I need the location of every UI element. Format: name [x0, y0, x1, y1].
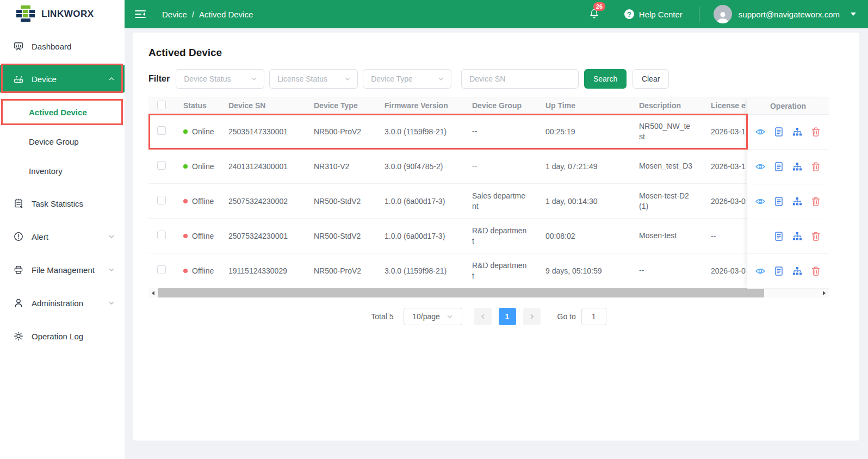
column-header-device-sn: Device SN — [220, 101, 305, 110]
content-panel: Actived Device Filter Device Status Lice… — [133, 33, 859, 441]
sidebar-item-file-management[interactable]: File Management — [0, 256, 125, 283]
status-text: Online — [192, 127, 214, 136]
view-eye-icon[interactable] — [755, 197, 765, 207]
prev-page-button[interactable] — [474, 308, 492, 325]
row-checkbox[interactable] — [157, 231, 166, 239]
detail-document-icon[interactable] — [774, 266, 784, 276]
device-sn: 25075324230001 — [220, 232, 305, 240]
search-button[interactable]: Search — [584, 69, 627, 89]
scroll-left-arrow[interactable] — [148, 288, 158, 297]
status-text: Offline — [192, 232, 214, 240]
horizontal-scrollbar[interactable] — [148, 288, 829, 297]
next-page-button[interactable] — [523, 308, 541, 325]
goto-page-input[interactable] — [581, 308, 606, 325]
chevron-down-icon — [447, 313, 453, 320]
file-management-icon — [13, 264, 24, 275]
scroll-right-arrow[interactable] — [820, 288, 829, 297]
breadcrumb-separator: / — [192, 10, 194, 19]
select-all-checkbox[interactable] — [157, 101, 166, 109]
detail-document-icon[interactable] — [774, 197, 784, 207]
column-header-operation: Operation — [747, 97, 829, 115]
sidebar-item-alert[interactable]: Alert — [0, 223, 125, 250]
chevron-right-icon — [529, 313, 535, 320]
row-checkbox[interactable] — [157, 126, 166, 135]
sitemap-icon[interactable] — [792, 127, 802, 137]
gear-icon — [13, 331, 24, 342]
brand-logo-icon — [16, 5, 35, 23]
delete-trash-icon[interactable] — [811, 232, 821, 241]
sidebar-item-task-statistics[interactable]: Task Statistics — [0, 190, 125, 217]
description: Mosen-test — [630, 231, 702, 241]
row-checkbox[interactable] — [157, 196, 166, 204]
device-status-select[interactable]: Device Status — [176, 69, 264, 89]
delete-trash-icon[interactable] — [811, 162, 821, 172]
device-group: Sales department — [463, 191, 537, 212]
status-dot-online — [183, 164, 188, 169]
user-menu[interactable]: support@navigateworx.com — [714, 5, 856, 23]
select-placeholder: Device Type — [371, 75, 438, 83]
user-email: support@navigateworx.com — [739, 10, 840, 19]
delete-trash-icon[interactable] — [811, 266, 821, 276]
table-row: Offline 25075324230002 NR500-StdV2 1.0.0… — [148, 184, 829, 219]
row-checkbox[interactable] — [157, 161, 166, 170]
delete-trash-icon[interactable] — [811, 127, 821, 137]
table-row: Online 24013124300001 NR310-V2 3.0.0 (90… — [148, 149, 829, 184]
menu-fold-icon — [135, 9, 146, 19]
scrollbar-thumb[interactable] — [158, 288, 764, 297]
router-icon — [13, 73, 24, 84]
status-text: Online — [192, 162, 214, 171]
sitemap-icon[interactable] — [792, 197, 802, 207]
device-sn-input[interactable] — [461, 69, 579, 89]
detail-document-icon[interactable] — [774, 162, 784, 172]
status-dot-offline — [183, 269, 188, 273]
sidebar-collapse-button[interactable] — [134, 8, 147, 21]
view-eye-icon[interactable] — [755, 127, 765, 137]
sidebar-item-device-group[interactable]: Device Group — [0, 128, 125, 154]
chevron-down-icon — [108, 266, 115, 273]
firmware-version: 3.0.0 (90f4785-2) — [376, 162, 463, 171]
sitemap-icon[interactable] — [792, 232, 802, 241]
view-eye-icon[interactable] — [755, 162, 765, 172]
select-placeholder: License Status — [277, 75, 344, 83]
device-type: NR500-ProV2 — [305, 127, 376, 136]
license-status-select[interactable]: License Status — [269, 69, 358, 89]
device-type: NR500-StdV2 — [305, 232, 376, 240]
page-number-button[interactable]: 1 — [499, 308, 516, 325]
top-right-actions: 26 ? Help Center support@navigateworx.co… — [588, 5, 856, 23]
up-time: 1 day, 07:21:49 — [537, 162, 630, 171]
help-center-link[interactable]: ? Help Center — [624, 9, 683, 19]
chevron-down-icon — [108, 233, 115, 240]
delete-trash-icon[interactable] — [811, 197, 821, 207]
sitemap-icon[interactable] — [792, 266, 802, 276]
device-type: NR310-V2 — [305, 162, 376, 171]
view-eye-icon[interactable] — [755, 266, 765, 276]
page-size-select[interactable]: 10/page — [404, 308, 462, 325]
breadcrumb-parent[interactable]: Device — [162, 10, 187, 19]
person-silhouette-icon — [716, 10, 730, 23]
sidebar-item-actived-device[interactable]: Actived Device — [0, 99, 125, 125]
status-dot-online — [183, 129, 188, 134]
up-time: 00:08:02 — [537, 232, 630, 240]
page-title: Actived Device — [148, 47, 859, 59]
status-dot-offline — [183, 234, 188, 238]
sidebar-item-administration[interactable]: Administration — [0, 289, 125, 317]
sidebar-item-inventory[interactable]: Inventory — [0, 158, 125, 184]
row-checkbox[interactable] — [157, 265, 166, 274]
device-group: -- — [463, 161, 537, 171]
sitemap-icon[interactable] — [792, 162, 802, 172]
device-type-select[interactable]: Device Type — [363, 69, 451, 89]
clear-button[interactable]: Clear — [633, 69, 669, 89]
up-time: 00:25:19 — [537, 127, 630, 136]
detail-document-icon[interactable] — [774, 127, 784, 137]
sidebar-item-dashboard[interactable]: Dashboard — [0, 33, 125, 60]
description: Mosen-test-D2 (1) — [630, 191, 702, 212]
detail-document-icon[interactable] — [774, 232, 784, 241]
description: Mosen_test_D3 — [630, 161, 702, 171]
pagination: Total 5 10/page 1 Go to — [148, 308, 829, 325]
sidebar-item-device[interactable]: Device — [0, 65, 125, 92]
notification-bell[interactable]: 26 — [588, 7, 602, 21]
device-sn: 24013124300001 — [220, 162, 305, 171]
device-sn: 25075324230002 — [220, 197, 305, 206]
sidebar-item-operation-log[interactable]: Operation Log — [0, 322, 125, 350]
column-header-description: Description — [630, 101, 702, 111]
